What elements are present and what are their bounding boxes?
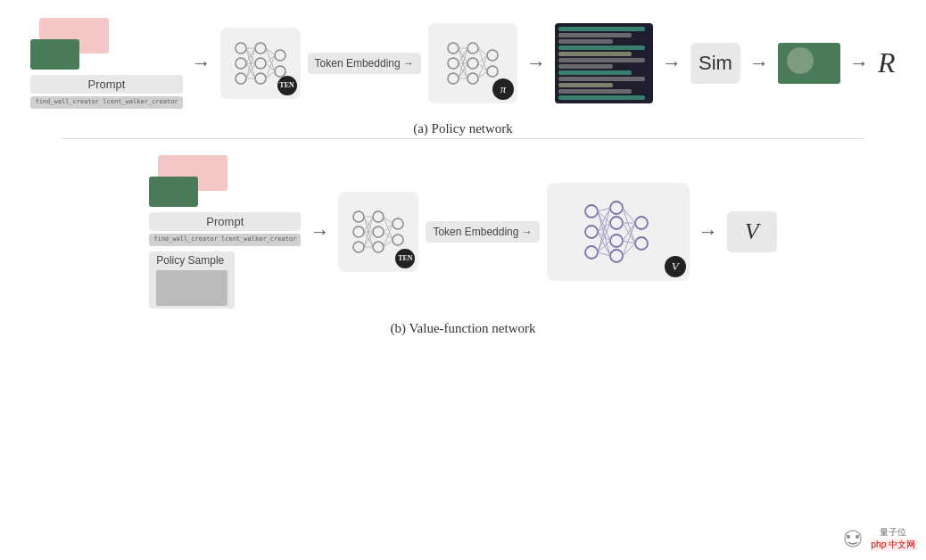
policy-sample-box: Policy Sample [149, 251, 235, 309]
svg-point-5 [255, 73, 266, 84]
diagram-b: Prompt find_wall_creator lcent_walker_cr… [122, 146, 804, 317]
svg-point-52 [393, 218, 403, 229]
diagram-a: Prompt find_wall_creator lcent_walker_cr… [4, 9, 922, 118]
policy-sample-label: Policy Sample [156, 254, 227, 267]
term-line-5 [558, 52, 632, 56]
svg-point-29 [487, 50, 498, 61]
svg-point-70 [585, 226, 598, 238]
svg-point-3 [255, 43, 266, 54]
term-line-3 [558, 39, 613, 44]
arrow-1b: → [310, 220, 329, 243]
svg-line-95 [623, 241, 635, 243]
svg-line-90 [623, 208, 635, 223]
arrow-5a: → [849, 52, 869, 75]
policy-net-svg-a [446, 39, 500, 87]
main-container: Prompt find_wall_creator lcent_walker_cr… [0, 0, 926, 560]
divider [62, 138, 864, 139]
svg-point-47 [353, 226, 364, 237]
prompt-label-a: Prompt [30, 75, 182, 94]
watermark: 量子位 php 中文网 [840, 526, 917, 551]
sim-box-a: Sim [690, 43, 740, 84]
svg-point-48 [353, 242, 364, 252]
term-line-12 [558, 95, 645, 100]
prompt-code-b: find_wall_creator lcent_walker_creator [149, 234, 301, 246]
token-embed-b: Token Embedding → [426, 221, 539, 243]
svg-point-4 [255, 58, 266, 69]
svg-point-76 [635, 217, 648, 229]
watermark-icon [840, 528, 865, 549]
svg-point-71 [585, 246, 598, 259]
value-net-box: V [547, 183, 690, 281]
watermark-cn: 量子位 [880, 526, 906, 539]
term-line-8 [558, 70, 632, 75]
prompt-box-a: Prompt find_wall_creator lcent_walker_cr… [30, 75, 182, 109]
ten-badge-a: TEN [277, 76, 297, 95]
svg-point-25 [448, 73, 459, 84]
neural-net-svg-b [351, 208, 405, 256]
green-rect-b [149, 177, 198, 207]
svg-point-24 [448, 58, 459, 69]
svg-point-6 [275, 50, 285, 61]
svg-point-53 [393, 235, 403, 245]
prompt-box-b: Prompt find_wall_creator lcent_walker_cr… [149, 212, 301, 246]
stacked-inputs-b: Prompt find_wall_creator lcent_walker_cr… [149, 155, 301, 309]
svg-point-1 [236, 58, 246, 69]
prompt-code-a: find_wall_creator lcent_walker_creator [30, 96, 182, 109]
prompt-label-b: Prompt [149, 212, 301, 231]
svg-point-75 [610, 250, 623, 262]
ten-box-a: TEN [220, 28, 301, 99]
term-line-11 [558, 89, 632, 94]
svg-point-2 [236, 73, 246, 84]
svg-point-46 [353, 211, 364, 222]
policy-sample-code [156, 270, 227, 306]
watermark-svg [840, 528, 865, 549]
svg-point-7 [275, 66, 285, 77]
stacked-inputs-a: Prompt find_wall_creator lcent_walker_cr… [30, 18, 182, 109]
term-line-6 [558, 58, 645, 62]
svg-point-51 [373, 242, 384, 252]
svg-line-96 [623, 223, 635, 256]
ten-badge-b: TEN [395, 249, 415, 268]
r-symbol-a: R [878, 46, 896, 79]
arrow-3a: → [662, 52, 682, 75]
svg-point-28 [467, 73, 478, 84]
arrow-2b: → [699, 220, 718, 243]
caption-a: (a) Policy network [413, 121, 513, 136]
svg-point-49 [373, 211, 384, 222]
svg-point-23 [448, 43, 459, 54]
watermark-text: 量子位 php 中文网 [870, 526, 917, 551]
token-embed-a: Token Embedding → [308, 53, 421, 74]
term-line-4 [558, 45, 645, 50]
image-card-b [149, 155, 229, 207]
result-image-a [778, 43, 840, 84]
term-line-10 [558, 83, 613, 87]
svg-point-30 [487, 66, 498, 77]
arrow-4a: → [749, 52, 769, 75]
watermark-php: php 中文网 [870, 539, 917, 551]
arrow-1a: → [192, 52, 211, 75]
caption-b: (b) Value-function network [390, 321, 535, 336]
v-result-box: V [727, 211, 777, 252]
value-net-svg [583, 201, 654, 263]
pi-badge-a: π [492, 78, 514, 100]
term-line-2 [558, 33, 632, 37]
ten-box-b: TEN [338, 192, 418, 272]
image-card-a [30, 18, 111, 70]
arrow-2a: → [526, 52, 546, 75]
svg-point-73 [610, 217, 623, 229]
svg-point-74 [610, 235, 623, 247]
term-line-1 [558, 27, 645, 31]
terminal-box-a [555, 23, 653, 103]
section-b: Prompt find_wall_creator lcent_walker_cr… [0, 146, 926, 336]
svg-point-0 [236, 43, 246, 54]
svg-point-69 [585, 205, 598, 218]
svg-line-97 [623, 243, 635, 256]
svg-point-27 [467, 58, 478, 69]
green-rect [30, 39, 79, 70]
section-a: Prompt find_wall_creator lcent_walker_cr… [0, 9, 926, 136]
svg-point-72 [610, 202, 623, 214]
v-badge-b: V [665, 256, 686, 277]
svg-point-50 [373, 226, 384, 237]
svg-point-26 [467, 43, 478, 54]
svg-point-77 [635, 237, 648, 250]
